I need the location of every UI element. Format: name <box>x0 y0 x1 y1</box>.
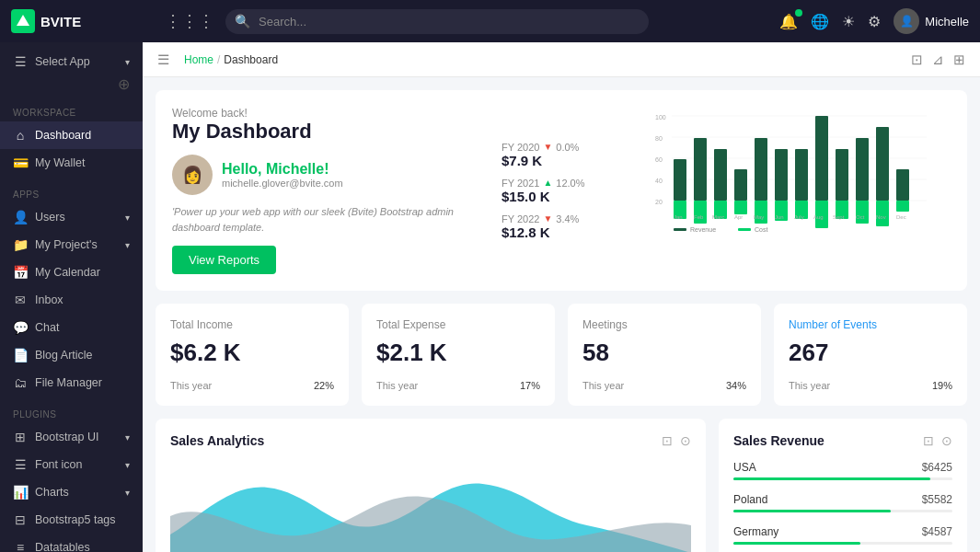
sidebar: ☰ Select App ▾ ⊕ WORKSPACE ⌂ Dashboard 💳… <box>0 42 143 552</box>
stat-events-footer: This year 19% <box>789 380 952 391</box>
trend-down-icon-2: ▼ <box>543 213 552 224</box>
layout-icon[interactable]: ⊡ <box>911 52 923 68</box>
revenue-item-usa: USA $6425 <box>733 461 952 480</box>
welcome-back-label: Welcome back! <box>172 107 487 120</box>
sub-header: ☰ Home / Dashboard ⊡ ⊿ ⊞ <box>143 42 980 77</box>
svg-text:July: July <box>794 214 804 220</box>
svg-text:Dec: Dec <box>896 214 906 220</box>
svg-text:Marc: Marc <box>712 214 724 220</box>
fonticon-arrow: ▾ <box>125 460 130 470</box>
revenue-row-usa: USA $6425 <box>733 461 952 474</box>
sidebar-item-inbox[interactable]: ✉ Inbox <box>0 286 143 314</box>
settings-icon[interactable]: ⚙ <box>868 13 881 30</box>
sidebar-item-datatables[interactable]: ≡ Datatables <box>0 534 143 552</box>
search-input[interactable] <box>225 9 649 34</box>
revenue-bar-bg-poland <box>733 510 952 512</box>
svg-text:Sept: Sept <box>833 214 845 220</box>
sidebar-item-users[interactable]: 👤 Users ▾ <box>0 203 143 231</box>
globe-icon[interactable]: 🌐 <box>811 13 829 30</box>
stat-card-meetings: Meetings 58 This year 34% <box>568 304 761 406</box>
svg-rect-15 <box>714 149 727 201</box>
svg-text:Feb: Feb <box>694 214 704 220</box>
user-email: michelle.glover@bvite.com <box>222 178 343 189</box>
select-app-label: Select App <box>35 55 90 68</box>
svg-text:Jun: Jun <box>775 214 784 220</box>
sidebar-item-chat[interactable]: 💬 Chat <box>0 314 143 341</box>
view-icon[interactable]: ⊞ <box>953 52 965 68</box>
notification-icon[interactable]: 🔔 <box>779 13 798 30</box>
trend-down-icon-0: ▼ <box>543 142 552 152</box>
svg-rect-29 <box>856 138 869 201</box>
sidebar-item-blog[interactable]: 📄 Blog Article <box>0 341 143 369</box>
user-area[interactable]: 👤 Michelle <box>894 8 969 34</box>
theme-icon[interactable]: ☀ <box>842 13 855 30</box>
svg-rect-33 <box>896 169 909 201</box>
revenue-bar-fill-usa <box>733 477 930 480</box>
svg-rect-32 <box>876 201 889 226</box>
top-navbar: BVITE ⋮⋮⋮ 🔍 🔔 🌐 ☀ ⚙ 👤 Michelle <box>0 0 980 42</box>
sidebar-item-charts[interactable]: 📊 Charts ▾ <box>0 478 143 506</box>
hamburger-icon[interactable]: ☰ <box>157 52 169 68</box>
stat-expense-footer-label: This year <box>376 380 418 391</box>
search-bar: 🔍 <box>225 9 649 34</box>
sidebar-item-fonticon[interactable]: ☰ Font icon ▾ <box>0 451 143 478</box>
fy-item-1: FY 2021 ▲ 12.0% $15.0 K <box>502 178 621 204</box>
projects-icon: 📁 <box>13 237 28 252</box>
analytics-more-icon[interactable]: ⊙ <box>680 433 691 448</box>
revenue-more-icon[interactable]: ⊙ <box>941 433 952 448</box>
files-icon: 🗂 <box>13 375 28 390</box>
stat-meetings-footer-label: This year <box>582 380 624 391</box>
fy-item-0: FY 2020 ▼ 0.0% $7.9 K <box>502 142 621 168</box>
svg-marker-0 <box>17 15 29 26</box>
add-icon[interactable]: ⊕ <box>118 75 130 93</box>
stat-expense-value: $2.1 K <box>376 339 540 367</box>
sidebar-item-bootstrap[interactable]: ⊞ Bootstrap UI ▾ <box>0 423 143 451</box>
welcome-title: My Dashboard <box>172 120 487 144</box>
analytics-title: Sales Analytics <box>170 433 264 448</box>
select-app-button[interactable]: ☰ Select App ▾ <box>0 48 143 75</box>
sidebar-item-wallet[interactable]: 💳 My Wallet <box>0 149 143 177</box>
nav-right: 🔔 🌐 ☀ ⚙ 👤 Michelle <box>779 8 969 34</box>
sales-analytics-card: Sales Analytics ⊡ ⊙ <box>156 419 706 552</box>
svg-text:Aug: Aug <box>813 214 824 220</box>
sidebar-item-bootstrap5[interactable]: ⊟ Bootstrap5 tags <box>0 506 143 534</box>
sidebar-dashboard-label: Dashboard <box>35 129 91 142</box>
svg-text:60: 60 <box>655 156 663 163</box>
sidebar-chat-label: Chat <box>35 321 59 334</box>
workspace-title: WORKSPACE <box>0 108 143 121</box>
stat-meetings-label: Meetings <box>582 318 746 331</box>
svg-text:Apr: Apr <box>734 214 743 220</box>
stat-events-value: 267 <box>789 339 952 367</box>
dashboard-content: Welcome back! My Dashboard 👩 Hello, Mich… <box>143 77 980 552</box>
apps-title: APPS <box>0 190 143 203</box>
stat-expense-footer: This year 17% <box>376 380 540 391</box>
logo-area: BVITE <box>11 9 154 33</box>
revenue-country-usa: USA <box>733 461 756 474</box>
search-icon: 🔍 <box>235 14 250 29</box>
view-reports-button[interactable]: View Reports <box>172 246 276 274</box>
grid-icon[interactable]: ⋮⋮⋮ <box>165 11 214 31</box>
svg-text:Revenue: Revenue <box>690 226 716 233</box>
svg-rect-11 <box>674 159 686 201</box>
stat-card-income: Total Income $6.2 K This year 22% <box>156 304 349 406</box>
fy-amount-2: $12.8 K <box>502 224 621 240</box>
breadcrumb-home[interactable]: Home <box>184 53 213 66</box>
users-arrow: ▾ <box>125 213 130 223</box>
revenue-row-germany: Germany $4587 <box>733 525 952 538</box>
revenue-row-poland: Poland $5582 <box>733 493 952 506</box>
sidebar-item-dashboard[interactable]: ⌂ Dashboard <box>0 121 143 149</box>
apps-section: APPS 👤 Users ▾ 📁 My Project's ▾ 📅 My Cal… <box>0 180 143 400</box>
stat-events-label: Number of Events <box>789 318 952 331</box>
sidebar-item-files[interactable]: 🗂 File Manager <box>0 369 143 397</box>
analytics-expand-icon[interactable]: ⊡ <box>662 433 673 448</box>
filter-icon[interactable]: ⊿ <box>932 52 944 68</box>
trend-up-icon-1: ▲ <box>543 178 552 188</box>
svg-rect-47 <box>674 228 686 231</box>
charts-icon: 📊 <box>13 485 28 500</box>
svg-text:Oct: Oct <box>856 214 865 220</box>
sidebar-item-projects[interactable]: 📁 My Project's ▾ <box>0 231 143 259</box>
bootstrap5-icon: ⊟ <box>13 512 28 527</box>
revenue-expand-icon[interactable]: ⊡ <box>923 433 934 448</box>
sidebar-item-calendar[interactable]: 📅 My Calendar <box>0 259 143 286</box>
analytics-card-header: Sales Analytics ⊡ ⊙ <box>170 433 691 448</box>
